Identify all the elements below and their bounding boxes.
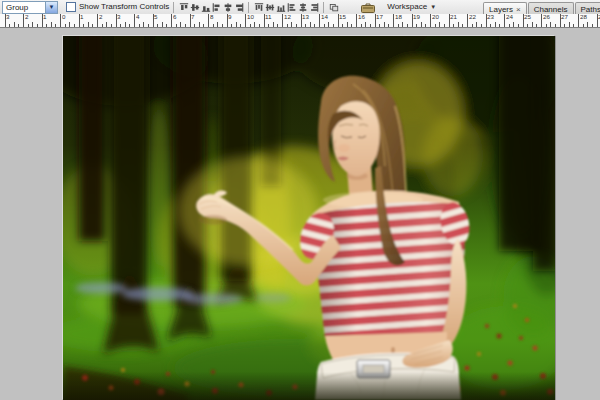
ruler-major-tick [578,14,579,27]
ruler-number: 1 [43,14,46,21]
align-horizontal-centers-icon[interactable] [222,1,233,13]
ruler-number: 2 [99,14,102,21]
ruler-minor-tick [14,22,15,27]
ruler-number: 3 [117,14,120,21]
bridge-icon [360,2,376,13]
ruler-minor-tick [199,22,200,27]
ruler-minor-tick [351,24,352,27]
palette-tab-label: Paths [581,5,600,14]
ruler-major-tick [208,14,209,27]
ruler-minor-tick [213,24,214,27]
ruler-number: 17 [376,14,383,21]
ruler-number: 9 [228,14,231,21]
ruler-minor-tick [28,24,29,27]
ruler-minor-tick [546,24,547,27]
ruler-number: 8 [210,14,213,21]
horizontal-ruler[interactable]: 3210123456789101112131415161718192021222… [0,14,600,28]
go-to-bridge-button[interactable] [359,1,377,13]
ruler-number: 21 [450,14,457,21]
ruler-minor-tick [65,24,66,27]
ruler-minor-tick [402,22,403,27]
ruler-minor-tick [388,24,389,27]
ruler-minor-tick [120,24,121,27]
ruler-minor-tick [365,22,366,27]
ruler-minor-tick [305,24,306,27]
ruler-major-tick [541,14,542,27]
workspace-dropdown[interactable]: Workspace ▼ [387,2,436,12]
dropdown-arrow-icon[interactable]: ▼ [45,2,57,13]
distribute-bottom-edges-icon[interactable] [275,1,286,13]
photoshop-window: Group ▼ Show Transform Controls Workspac… [0,0,600,400]
workspace-arrow-icon: ▼ [430,2,436,12]
align-left-edges-icon[interactable] [211,1,222,13]
ruler-minor-tick [370,24,371,27]
separator [323,2,324,13]
ruler-minor-tick [291,22,292,27]
distribute-horizontal-centers-icon[interactable] [297,1,308,13]
ruler-minor-tick [518,24,519,27]
canvas-workspace [0,28,600,400]
ruler-minor-tick [379,24,380,27]
palette-tab-bar: Layers×ChannelsPaths [483,0,600,14]
ruler-minor-tick [347,22,348,27]
ruler-minor-tick [384,22,385,27]
ruler-major-tick [356,14,357,27]
ruler-number: 11 [265,14,271,21]
distribute-left-edges-icon[interactable] [286,1,297,13]
ruler-minor-tick [51,22,52,27]
auto-align-layers-button[interactable] [328,1,339,13]
ruler-major-tick [134,14,135,27]
ruler-minor-tick [569,22,570,27]
palette-tab-channels[interactable]: Channels [528,2,574,14]
ruler-major-tick [282,14,283,27]
separator [173,2,174,13]
forest-portrait-document[interactable] [63,36,555,400]
ruler-minor-tick [102,24,103,27]
ruler-number: 19 [413,14,420,21]
ruler-minor-tick [361,24,362,27]
ruler-minor-tick [439,22,440,27]
distribute-top-edges-icon[interactable] [253,1,264,13]
ruler-minor-tick [254,22,255,27]
distribute-vertical-centers-icon[interactable] [264,1,275,13]
close-icon[interactable]: × [516,5,521,14]
ruler-number: 24 [506,14,513,21]
ruler-minor-tick [83,24,84,27]
ruler-minor-tick [125,22,126,27]
workspace-label: Workspace [387,2,427,12]
align-right-edges-icon[interactable] [233,1,244,13]
ruler-minor-tick [268,24,269,27]
ruler-minor-tick [231,24,232,27]
ruler-minor-tick [573,24,574,27]
ruler-number: 5 [154,14,157,21]
ruler-minor-tick [148,24,149,27]
show-transform-controls-checkbox[interactable] [66,2,76,12]
ruler-minor-tick [555,24,556,27]
ruler-minor-tick [166,24,167,27]
palette-tab-layers[interactable]: Layers× [483,2,527,14]
align-top-edges-icon[interactable] [178,1,189,13]
ruler-number: 4 [136,14,139,21]
show-transform-controls-label: Show Transform Controls [79,2,169,12]
ruler-minor-tick [453,24,454,27]
auto-select-group-value: Group [3,2,45,13]
ruler-number: 28 [580,14,587,21]
align-vertical-centers-icon[interactable] [189,1,200,13]
ruler-minor-tick [583,24,584,27]
align-bottom-edges-icon[interactable] [200,1,211,13]
ruler-minor-tick [495,22,496,27]
ruler-number: 18 [395,14,402,21]
ruler-minor-tick [550,22,551,27]
ruler-number: 0 [62,14,65,21]
ruler-minor-tick [9,24,10,27]
ruler-major-tick [467,14,468,27]
ruler-minor-tick [176,24,177,27]
ruler-minor-tick [314,24,315,27]
distribute-right-edges-icon[interactable] [308,1,319,13]
palette-tab-label: Layers [489,5,513,14]
ruler-minor-tick [194,24,195,27]
ruler-minor-tick [217,22,218,27]
ruler-minor-tick [587,22,588,27]
palette-tab-paths[interactable]: Paths [575,2,600,14]
auto-select-group-dropdown[interactable]: Group ▼ [2,1,58,14]
